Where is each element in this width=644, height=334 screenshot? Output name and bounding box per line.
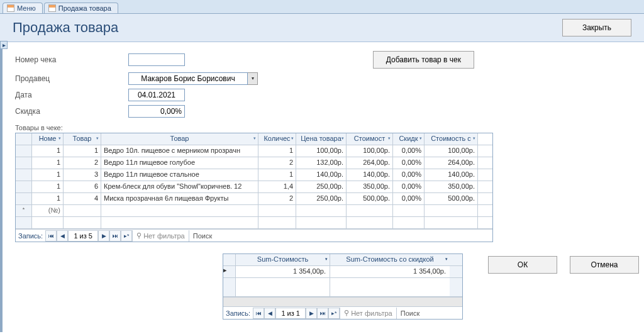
col-nomer[interactable]: Номе [32, 133, 64, 145]
tab-sale[interactable]: Продажа товара [44, 3, 118, 13]
cell-tovar-id[interactable]: 1 [64, 145, 101, 157]
cell-tovar[interactable]: Миска прозрачная 6л пищевая Фрукты [101, 193, 258, 204]
nav-last-icon[interactable]: ⏭ [317, 308, 328, 319]
cell-tovar[interactable]: Крем-блеск для обуви "Showl"коричнев. 12 [101, 181, 258, 192]
add-item-button[interactable]: Добавить товар в чек [373, 51, 474, 69]
nav-position-input[interactable] [68, 230, 98, 242]
cell-nomer[interactable]: 1 [32, 157, 64, 169]
nav-position-input[interactable] [275, 308, 306, 319]
nav-label: Запись: [223, 309, 253, 317]
nav-first-icon[interactable]: ⏮ [45, 230, 57, 242]
col-price[interactable]: Цена товара [296, 133, 347, 145]
cell-cost-discounted[interactable]: 100,00р. [425, 145, 478, 157]
row-selector-head[interactable] [16, 133, 32, 145]
h-scrollbar[interactable] [223, 297, 462, 306]
table-row[interactable]: 13Ведро 11л пищевое стальное1140,00р.140… [16, 169, 492, 181]
summary-row[interactable]: ▸ 1 354,00р. 1 354,00р. [223, 266, 462, 278]
blank-row [16, 217, 492, 229]
nav-next-icon[interactable]: ▶ [306, 308, 317, 319]
new-row-nomer[interactable]: (№) [32, 205, 64, 216]
cell-cost-discounted[interactable]: 500,00р. [425, 193, 478, 204]
seller-combo[interactable] [128, 72, 248, 85]
cell-discount[interactable]: 0,00% [393, 193, 425, 204]
cell-discount[interactable]: 0,00% [393, 157, 425, 169]
date-input[interactable] [128, 89, 185, 101]
cell-cost-discounted[interactable]: 140,00р. [425, 169, 478, 181]
cell-cost-discounted[interactable]: 264,00р. [425, 157, 478, 169]
nav-new-icon[interactable]: ▸* [121, 230, 132, 242]
cell-cost[interactable]: 264,00р. [347, 157, 393, 169]
col-sum-cost[interactable]: Sum-Стоимость [236, 254, 330, 265]
cell-price[interactable]: 250,00р. [296, 193, 347, 204]
table-row[interactable]: 14Миска прозрачная 6л пищевая Фрукты2250… [16, 193, 492, 205]
row-selector[interactable] [16, 181, 32, 192]
cell-quantity[interactable]: 1 [258, 169, 296, 181]
close-button[interactable]: Закрыть [562, 19, 631, 36]
nav-search-label[interactable]: Поиск [189, 232, 216, 240]
row-selector[interactable] [16, 169, 32, 181]
cell-price[interactable]: 132,00р. [296, 157, 347, 169]
cell-discount[interactable]: 0,00% [393, 145, 425, 157]
col-discount[interactable]: Скидк [393, 133, 425, 145]
nav-prev-icon[interactable]: ◀ [57, 230, 68, 242]
row-selector[interactable]: ▸ [223, 266, 236, 277]
cell-tovar-id[interactable]: 2 [64, 157, 101, 169]
cell-quantity[interactable]: 1 [258, 145, 296, 157]
ok-button[interactable]: ОК [488, 256, 557, 274]
cell-quantity[interactable]: 2 [258, 157, 296, 169]
col-cost-discounted[interactable]: Стоимость с [425, 133, 478, 145]
nav-search-label[interactable]: Поиск [397, 309, 423, 317]
cell-nomer[interactable]: 1 [32, 169, 64, 181]
col-cost[interactable]: Стоимост [347, 133, 393, 145]
cell-tovar-id[interactable]: 6 [64, 181, 101, 192]
cell-tovar[interactable]: Ведро 11л пищевое стальное [101, 169, 258, 181]
page-title: Продажа товара [13, 19, 118, 36]
cell-quantity[interactable]: 2 [258, 193, 296, 204]
cell-price[interactable]: 140,00р. [296, 169, 347, 181]
tab-menu[interactable]: Меню [3, 3, 43, 13]
nav-new-icon[interactable]: ▸* [328, 308, 340, 319]
cell-discount[interactable]: 0,00% [393, 169, 425, 181]
cell-quantity[interactable]: 1,4 [258, 181, 296, 192]
tab-label: Продажа товара [58, 4, 111, 12]
cell-tovar[interactable]: Ведро 11л пищевое голубое [101, 157, 258, 169]
cell-cost-discounted[interactable]: 350,00р. [425, 181, 478, 192]
cell-discount[interactable]: 0,00% [393, 181, 425, 192]
cell-price[interactable]: 250,00р. [296, 181, 347, 192]
col-sum-cost-discounted[interactable]: Sum-Стоимость со скидкой [330, 254, 450, 265]
col-tovar-id[interactable]: Товар [64, 133, 101, 145]
nav-last-icon[interactable]: ⏭ [109, 230, 121, 242]
row-selector[interactable] [16, 145, 32, 157]
discount-input[interactable] [128, 105, 185, 118]
cell-tovar-id[interactable]: 4 [64, 193, 101, 204]
row-selector[interactable] [16, 193, 32, 204]
cell-tovar[interactable]: Ведро 10л. пищевое с мерником прозрачн [101, 145, 258, 157]
cell-cost[interactable]: 140,00р. [347, 169, 393, 181]
cell-cost[interactable]: 500,00р. [347, 193, 393, 204]
cell-cost[interactable]: 350,00р. [347, 181, 393, 192]
cancel-button[interactable]: Отмена [570, 256, 639, 274]
cell-tovar-id[interactable]: 3 [64, 169, 101, 181]
new-record-row[interactable]: * (№) [16, 205, 492, 217]
chevron-down-icon[interactable]: ▾ [248, 72, 258, 85]
nav-filter-label: Нет фильтра [143, 232, 185, 240]
row-selector-head[interactable] [223, 254, 236, 265]
check-no-input[interactable] [128, 53, 185, 66]
nav-first-icon[interactable]: ⏮ [253, 308, 264, 319]
cell-price[interactable]: 100,00р. [296, 145, 347, 157]
new-row-marker: * [16, 205, 32, 216]
col-tovar[interactable]: Товар [101, 133, 258, 145]
cell-cost[interactable]: 100,00р. [347, 145, 393, 157]
cell-nomer[interactable]: 1 [32, 181, 64, 192]
cell-nomer[interactable]: 1 [32, 145, 64, 157]
table-row[interactable]: 16Крем-блеск для обуви "Showl"коричнев. … [16, 181, 492, 193]
table-row[interactable]: 11Ведро 10л. пищевое с мерником прозрачн… [16, 145, 492, 157]
nav-filter-label: Нет фильтра [351, 309, 392, 317]
table-row[interactable]: 12Ведро 11л пищевое голубое2132,00р.264,… [16, 157, 492, 169]
cell-nomer[interactable]: 1 [32, 193, 64, 204]
col-quantity[interactable]: Количес [258, 133, 296, 145]
discount-label: Скидка [15, 107, 128, 116]
row-selector[interactable] [16, 157, 32, 169]
nav-next-icon[interactable]: ▶ [98, 230, 109, 242]
nav-prev-icon[interactable]: ◀ [264, 308, 275, 319]
